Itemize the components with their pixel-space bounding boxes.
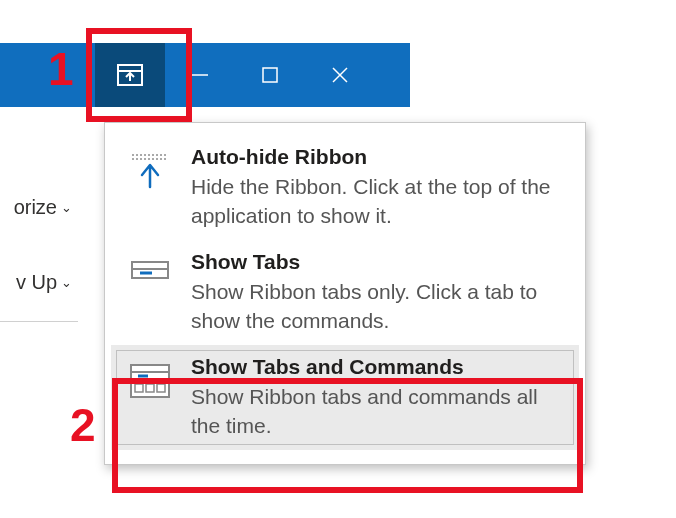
ribbon-button-followup[interactable]: v Up ⌄ (0, 265, 78, 300)
chevron-down-icon: ⌄ (61, 275, 72, 290)
ribbon-button-label: v Up (16, 271, 57, 294)
menu-item-show-tabs-and-commands[interactable]: Show Tabs and Commands Show Ribbon tabs … (111, 345, 579, 450)
ribbon-button-label: orize (14, 196, 57, 219)
menu-item-auto-hide-ribbon[interactable]: Auto-hide Ribbon Hide the Ribbon. Click … (105, 135, 585, 240)
show-tabs-and-commands-icon (123, 353, 177, 440)
ribbon-divider (0, 321, 78, 322)
ribbon-commands-partial: orize ⌄ v Up ⌄ (0, 190, 78, 340)
close-icon (329, 64, 351, 86)
svg-rect-3 (263, 68, 277, 82)
menu-item-title: Show Tabs and Commands (191, 353, 567, 381)
menu-item-title: Show Tabs (191, 248, 567, 276)
menu-item-show-tabs[interactable]: Show Tabs Show Ribbon tabs only. Click a… (105, 240, 585, 345)
ribbon-options-icon (116, 61, 144, 89)
ribbon-display-options-menu: Auto-hide Ribbon Hide the Ribbon. Click … (104, 122, 586, 465)
annotation-number-2: 2 (70, 398, 96, 452)
menu-item-description: Hide the Ribbon. Click at the top of the… (191, 173, 567, 230)
minimize-icon (190, 65, 210, 85)
maximize-button[interactable] (235, 43, 305, 107)
ribbon-display-options-button[interactable] (95, 43, 165, 107)
menu-item-title: Auto-hide Ribbon (191, 143, 567, 171)
menu-item-description: Show Ribbon tabs only. Click a tab to sh… (191, 278, 567, 335)
show-tabs-icon (123, 248, 177, 335)
menu-item-description: Show Ribbon tabs and commands all the ti… (191, 383, 567, 440)
window-titlebar (0, 43, 410, 107)
auto-hide-ribbon-icon (123, 143, 177, 230)
minimize-button[interactable] (165, 43, 235, 107)
close-button[interactable] (305, 43, 375, 107)
chevron-down-icon: ⌄ (61, 200, 72, 215)
maximize-icon (260, 65, 280, 85)
ribbon-button-categorize[interactable]: orize ⌄ (0, 190, 78, 225)
